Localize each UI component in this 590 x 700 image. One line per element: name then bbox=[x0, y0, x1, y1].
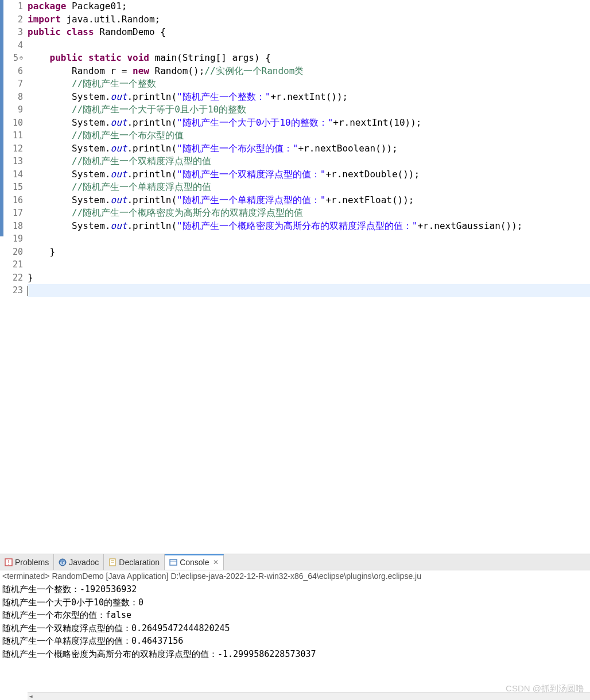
svg-rect-7 bbox=[170, 559, 177, 565]
code-line[interactable]: Random r = new Random();//实例化一个Random类 bbox=[28, 65, 590, 78]
tab-label: Problems bbox=[15, 558, 49, 567]
line-number: 8 bbox=[3, 91, 23, 104]
line-number: 7 bbox=[3, 77, 23, 91]
code-line[interactable]: package Package01; bbox=[28, 0, 590, 13]
close-icon[interactable]: ✕ bbox=[213, 558, 219, 566]
line-number: 13 bbox=[3, 155, 23, 168]
code-line[interactable]: //随机产生一个整数 bbox=[28, 77, 590, 91]
console-output[interactable]: 随机产生一个整数：-1920536932随机产生一个大于0小于10的整数：0随机… bbox=[0, 582, 590, 662]
line-number: 14 bbox=[3, 168, 23, 181]
code-line[interactable]: public static void main(String[] args) { bbox=[28, 52, 590, 65]
tab-problems[interactable]: ! Problems bbox=[0, 554, 54, 570]
code-line[interactable] bbox=[28, 258, 590, 271]
line-number: 22 bbox=[3, 271, 23, 285]
view-tab-bar: ! Problems @ Javadoc Declaration Console… bbox=[0, 554, 590, 570]
code-editor[interactable]: 12345⊖67891011121314151617181920212223 p… bbox=[0, 0, 590, 554]
watermark: CSDN @抓到汤圆噜 bbox=[506, 683, 584, 694]
code-line[interactable]: System.out.println("随机产生一个布尔型的值："+r.next… bbox=[28, 142, 590, 155]
console-process-header: <terminated> RandomDemo [Java Applicatio… bbox=[0, 570, 590, 582]
code-line[interactable]: //随机产生一个概略密度为高斯分布的双精度浮点型的值 bbox=[28, 207, 590, 220]
tab-label: Declaration bbox=[119, 558, 160, 567]
code-line[interactable]: public class RandomDemo { bbox=[28, 26, 590, 39]
line-number: 16 bbox=[3, 194, 23, 207]
line-number: 5⊖ bbox=[3, 52, 23, 65]
line-number: 1 bbox=[3, 0, 23, 13]
bottom-panel: ! Problems @ Javadoc Declaration Console… bbox=[0, 554, 590, 662]
code-line[interactable] bbox=[28, 284, 590, 297]
code-line[interactable]: System.out.println("随机产生一个单精度浮点型的值："+r.n… bbox=[28, 194, 590, 207]
line-number: 21 bbox=[3, 258, 23, 271]
console-line: 随机产生一个布尔型的值：false bbox=[2, 609, 588, 622]
scroll-left-arrow[interactable]: ◄ bbox=[28, 693, 33, 699]
problems-icon: ! bbox=[5, 558, 13, 566]
svg-text:!: ! bbox=[8, 559, 10, 566]
line-number: 4 bbox=[3, 39, 23, 52]
tab-javadoc[interactable]: @ Javadoc bbox=[54, 554, 104, 570]
tab-console[interactable]: Console ✕ bbox=[165, 554, 223, 570]
tab-label: Javadoc bbox=[69, 558, 99, 567]
svg-text:@: @ bbox=[60, 560, 65, 566]
line-number: 3 bbox=[3, 26, 23, 39]
line-number: 19 bbox=[3, 232, 23, 246]
line-number: 10 bbox=[3, 116, 23, 130]
line-number: 6 bbox=[3, 65, 23, 78]
code-line[interactable]: System.out.println("随机产生一个双精度浮点型的值："+r.n… bbox=[28, 168, 590, 181]
code-line[interactable]: //随机产生一个大于等于0且小于10的整数 bbox=[28, 103, 590, 116]
code-line[interactable]: } bbox=[28, 246, 590, 259]
console-icon bbox=[169, 558, 177, 566]
javadoc-icon: @ bbox=[59, 558, 67, 566]
line-number: 2 bbox=[3, 13, 23, 26]
code-line[interactable]: System.out.println("随机产生一个大于0小于10的整数："+r… bbox=[28, 116, 590, 130]
console-line: 随机产生一个大于0小于10的整数：0 bbox=[2, 596, 588, 609]
console-line: 随机产生一个整数：-1920536932 bbox=[2, 583, 588, 596]
line-number: 15 bbox=[3, 181, 23, 194]
line-number: 23 bbox=[3, 284, 23, 297]
code-line[interactable]: System.out.println("随机产生一个概略密度为高斯分布的双精度浮… bbox=[28, 220, 590, 233]
code-line[interactable]: //随机产生一个单精度浮点型的值 bbox=[28, 181, 590, 194]
tab-label: Console bbox=[180, 558, 209, 567]
line-number: 18 bbox=[3, 220, 23, 233]
line-number: 9 bbox=[3, 103, 23, 116]
line-number: 17 bbox=[3, 207, 23, 220]
console-line: 随机产生一个双精度浮点型的值：0.26495472444820245 bbox=[2, 622, 588, 635]
line-number: 11 bbox=[3, 129, 23, 142]
line-number: 12 bbox=[3, 142, 23, 155]
tab-declaration[interactable]: Declaration bbox=[104, 554, 165, 570]
code-text-area[interactable]: package Package01;import java.util.Rando… bbox=[25, 0, 590, 554]
code-line[interactable] bbox=[28, 232, 590, 246]
line-number: 20 bbox=[3, 246, 23, 259]
code-line[interactable]: } bbox=[28, 271, 590, 285]
code-line[interactable]: import java.util.Random; bbox=[28, 13, 590, 26]
declaration-icon bbox=[108, 558, 117, 566]
line-number-gutter: 12345⊖67891011121314151617181920212223 bbox=[3, 0, 25, 554]
code-line[interactable]: //随机产生一个双精度浮点型的值 bbox=[28, 155, 590, 168]
code-line[interactable]: System.out.println("随机产生一个整数："+r.nextInt… bbox=[28, 91, 590, 104]
code-line[interactable] bbox=[28, 39, 590, 52]
console-line: 随机产生一个单精度浮点型的值：0.46437156 bbox=[2, 635, 588, 648]
console-line: 随机产生一个概略密度为高斯分布的双精度浮点型的值：-1.299958622857… bbox=[2, 648, 588, 661]
code-line[interactable]: //随机产生一个布尔型的值 bbox=[28, 129, 590, 142]
